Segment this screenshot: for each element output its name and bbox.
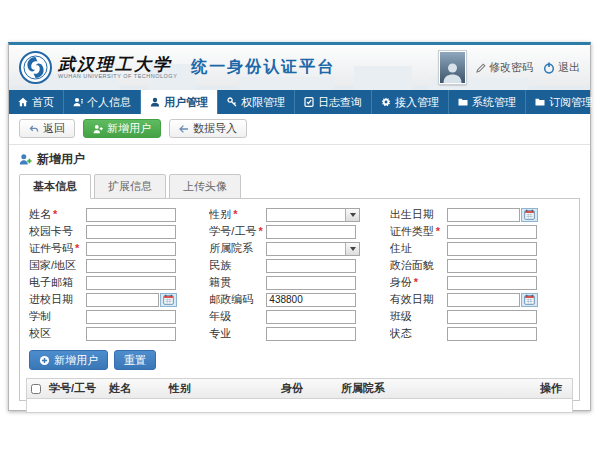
gear-icon — [381, 97, 391, 107]
reset-button[interactable]: 重置 — [114, 350, 156, 370]
postal-code-input[interactable] — [266, 293, 356, 307]
back-button[interactable]: 返回 — [19, 119, 75, 138]
entry-date-input[interactable] — [86, 293, 159, 307]
nav-tab-system-management[interactable]: 系统管理 — [449, 90, 526, 114]
political-status-input[interactable] — [447, 259, 537, 273]
submit-new-user-button[interactable]: 新增用户 — [29, 350, 108, 370]
required-marker: * — [233, 208, 237, 220]
ethnicity-label: 民族 — [209, 258, 266, 273]
nav-tab-log-query[interactable]: 日志查询 — [295, 90, 372, 114]
country-region-field: 国家/地区 — [29, 257, 209, 274]
select-all-checkbox[interactable] — [31, 384, 41, 394]
app-window: 武汉理工大学 WUHAN UNIVERSITY OF TECHNOLOGY 统一… — [8, 42, 591, 411]
birth-date-label: 出生日期 — [390, 207, 447, 222]
university-logo-icon — [19, 51, 52, 84]
department-field: 所属院系 — [209, 240, 389, 257]
folder-icon — [535, 97, 545, 107]
main-nav: 首页 个人信息 用户管理 权限管理 日志查询 接入管理 系统管理 订阅管理 — [9, 90, 590, 114]
back-button-label: 返回 — [43, 121, 65, 136]
calendar-icon[interactable] — [160, 293, 177, 307]
nav-label: 用户管理 — [164, 95, 208, 110]
log-check-icon — [304, 97, 314, 107]
email-input[interactable] — [86, 276, 176, 290]
logout-link[interactable]: 退出 — [543, 60, 580, 75]
country-region-input[interactable] — [86, 259, 176, 273]
name-field: 姓名* — [29, 206, 209, 223]
postal-code-label: 邮政编码 — [209, 292, 266, 307]
class-input[interactable] — [447, 310, 537, 324]
change-password-link[interactable]: 修改密码 — [476, 60, 533, 75]
valid-date-field: 有效日期 — [390, 291, 570, 308]
major-label: 专业 — [209, 326, 266, 341]
user-icon — [73, 97, 83, 107]
identity-input[interactable] — [447, 276, 537, 290]
users-table-header: 学号/工号 姓名 性别 身份 所属院系 操作 — [27, 379, 572, 399]
new-user-button[interactable]: 新增用户 — [83, 119, 161, 138]
grade-input[interactable] — [266, 310, 356, 324]
key-icon — [227, 97, 237, 107]
status-input[interactable] — [447, 327, 537, 341]
users-icon — [150, 97, 160, 107]
native-place-input[interactable] — [266, 276, 356, 290]
grade-field: 年级 — [209, 308, 389, 325]
id-type-field: 证件类型* — [390, 223, 570, 240]
id-number-input[interactable] — [86, 242, 176, 256]
department-label: 所属院系 — [209, 241, 266, 256]
tab-extended-info[interactable]: 扩展信息 — [94, 174, 166, 199]
education-length-input[interactable] — [86, 310, 176, 324]
nav-tab-user-management[interactable]: 用户管理 — [141, 90, 218, 114]
nav-tab-home[interactable]: 首页 — [9, 90, 64, 114]
required-marker: * — [436, 225, 440, 237]
major-input[interactable] — [266, 327, 356, 341]
gender-select[interactable] — [266, 208, 360, 222]
users-table: 学号/工号 姓名 性别 身份 所属院系 操作 — [26, 378, 573, 413]
entry-date-field: 进校日期 — [29, 291, 209, 308]
chevron-down-icon — [345, 243, 359, 255]
chevron-down-icon — [345, 209, 359, 221]
add-user-section-icon — [19, 153, 32, 166]
id-type-input[interactable] — [447, 225, 537, 239]
student-staff-id-field: 学号/工号* — [209, 223, 389, 240]
gender-label: 性别* — [209, 207, 266, 222]
student-staff-id-input[interactable] — [266, 225, 356, 239]
import-arrow-icon — [179, 124, 189, 134]
data-import-button-label: 数据导入 — [193, 121, 237, 136]
native-place-field: 籍贯 — [209, 274, 389, 291]
nav-label: 权限管理 — [241, 95, 285, 110]
submit-button-label: 新增用户 — [54, 353, 98, 368]
nav-tab-access-management[interactable]: 接入管理 — [372, 90, 449, 114]
status-field: 状态 — [390, 325, 570, 342]
section-title: 新增用户 — [37, 151, 85, 168]
postal-code-field: 邮政编码 — [209, 291, 389, 308]
required-marker: * — [258, 225, 262, 237]
data-import-button[interactable]: 数据导入 — [169, 119, 247, 138]
nav-label: 系统管理 — [472, 95, 516, 110]
political-status-field: 政治面貌 — [390, 257, 570, 274]
department-select[interactable] — [266, 242, 360, 256]
campus-input[interactable] — [86, 327, 176, 341]
name-input[interactable] — [86, 208, 176, 222]
name-label: 姓名* — [29, 207, 86, 222]
email-label: 电子邮箱 — [29, 275, 86, 290]
grade-label: 年级 — [209, 309, 266, 324]
calendar-icon[interactable] — [521, 293, 538, 307]
address-input[interactable] — [447, 242, 537, 256]
nav-tab-permission-management[interactable]: 权限管理 — [218, 90, 295, 114]
class-label: 班级 — [390, 309, 447, 324]
campus-label: 校区 — [29, 326, 86, 341]
brand-header: 武汉理工大学 WUHAN UNIVERSITY OF TECHNOLOGY 统一… — [9, 45, 590, 90]
calendar-icon[interactable] — [521, 208, 538, 222]
nav-tab-personal-info[interactable]: 个人信息 — [64, 90, 141, 114]
column-identity: 身份 — [277, 381, 337, 396]
nav-tab-subscription-management[interactable]: 订阅管理 — [526, 90, 600, 114]
ethnicity-input[interactable] — [266, 259, 356, 273]
toolbar: 返回 新增用户 数据导入 — [9, 114, 590, 145]
plus-circle-icon — [39, 355, 50, 366]
birth-date-input[interactable] — [447, 208, 520, 222]
campus-card-input[interactable] — [86, 225, 176, 239]
tab-basic-info[interactable]: 基本信息 — [19, 174, 91, 199]
country-region-label: 国家/地区 — [29, 258, 86, 273]
tab-upload-avatar[interactable]: 上传头像 — [169, 174, 241, 199]
id-number-label: 证件号码* — [29, 241, 86, 256]
valid-date-input[interactable] — [447, 293, 520, 307]
